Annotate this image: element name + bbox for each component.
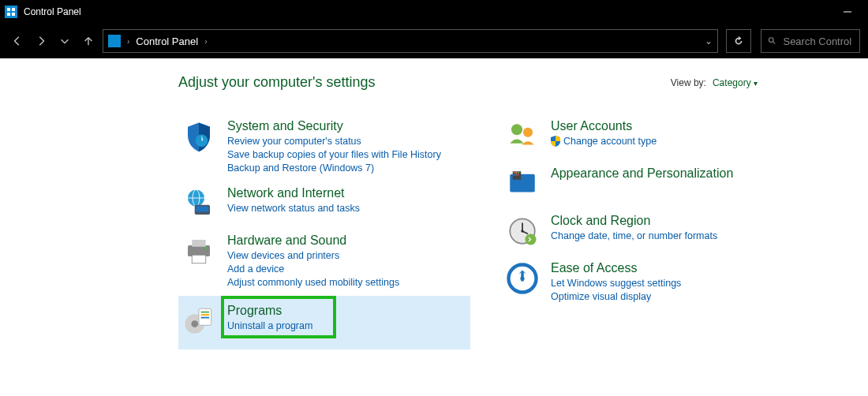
view-by-value[interactable]: Category ▾ [713,77,758,88]
shield-icon [181,119,216,154]
category-programs[interactable]: Programs Uninstall a program [178,296,470,349]
globe-network-icon [181,186,216,221]
svg-rect-3 [7,13,10,16]
category-sublink[interactable]: Let Windows suggest settings [551,278,681,289]
svg-rect-30 [518,172,519,174]
recent-dropdown[interactable] [55,32,74,50]
svg-point-19 [191,320,198,327]
category-sublink[interactable]: View network status and tasks [227,203,360,214]
category-user-accounts: User Accounts Change account type [502,114,802,162]
navigation-bar: › Control Panel › ⌄ [0,24,868,58]
back-button[interactable] [8,32,27,50]
right-column: User Accounts Change account type Appear… [502,114,802,349]
category-hardware: Hardware and Sound View devices and prin… [178,229,470,296]
svg-rect-1 [7,8,10,11]
category-sublink[interactable]: Change date, time, or number formats [551,230,717,241]
category-title-link[interactable]: Programs [227,304,312,318]
category-system-security: System and Security Review your computer… [178,114,470,181]
category-sublink[interactable]: Review your computer's status [227,136,441,147]
svg-rect-29 [515,172,517,174]
category-sublink[interactable]: Save backup copies of your files with Fi… [227,149,441,160]
chevron-down-icon[interactable]: ⌄ [705,35,713,47]
programs-icon [181,304,216,338]
svg-rect-32 [515,174,517,176]
svg-rect-15 [192,240,206,247]
up-button[interactable] [79,32,98,50]
category-title-link[interactable]: System and Security [227,119,441,133]
users-icon [505,119,540,154]
search-icon [768,35,776,47]
category-title-link[interactable]: Network and Internet [227,186,360,200]
forward-button[interactable] [32,32,51,50]
category-sublink[interactable]: Add a device [227,263,399,275]
svg-rect-4 [12,13,15,16]
view-by-label: View by: [671,77,706,88]
category-sublink[interactable]: View devices and printers [227,250,399,261]
address-bar[interactable]: › Control Panel › ⌄ [103,29,718,53]
chevron-right-icon: › [127,37,129,46]
category-sublink[interactable]: Change account type [563,136,657,147]
svg-rect-31 [514,174,515,176]
personalization-icon [505,166,540,201]
category-clock: Clock and Region Change date, time, or n… [502,209,802,256]
svg-rect-23 [201,317,210,319]
printer-icon [181,233,216,268]
category-title-link[interactable]: Hardware and Sound [227,233,399,248]
svg-rect-33 [518,174,519,176]
category-title-link[interactable]: Clock and Region [551,214,717,228]
svg-rect-0 [5,6,17,18]
svg-rect-28 [514,172,515,174]
search-box[interactable] [761,29,860,53]
clock-icon [505,214,540,248]
category-sublink[interactable]: Backup and Restore (Windows 7) [227,163,441,174]
svg-rect-13 [196,207,209,212]
refresh-button[interactable] [726,29,751,53]
svg-rect-21 [201,312,210,313]
category-title-link[interactable]: Appearance and Personalization [551,166,733,181]
chevron-right-icon: › [204,37,207,46]
left-column: System and Security Review your computer… [178,114,470,349]
svg-point-25 [523,128,533,137]
ease-of-access-icon [505,261,540,296]
page-heading: Adjust your computer's settings [178,74,376,91]
uac-shield-icon [551,136,560,147]
category-title-link[interactable]: User Accounts [551,119,657,133]
view-by-control[interactable]: View by: Category ▾ [671,77,758,88]
category-network: Network and Internet View network status… [178,181,470,229]
control-panel-icon [5,6,17,18]
category-appearance: Appearance and Personalization [502,162,802,209]
address-icon [108,35,121,47]
svg-rect-2 [12,8,15,11]
svg-point-24 [511,124,522,135]
search-input[interactable] [783,35,853,47]
category-sublink[interactable]: Uninstall a program [227,320,312,331]
svg-line-7 [773,42,775,44]
category-sublink[interactable]: Optimize visual display [551,291,681,302]
svg-point-6 [769,38,773,43]
minimize-button[interactable] [832,0,863,24]
svg-point-17 [206,247,209,250]
content-area: Adjust your computer's settings View by:… [0,58,868,365]
svg-rect-22 [201,314,210,316]
titlebar: Control Panel [0,0,868,24]
chevron-down-icon: ▾ [754,79,758,88]
window-title: Control Panel [24,6,81,17]
svg-rect-16 [192,255,206,263]
category-title-link[interactable]: Ease of Access [551,261,681,275]
category-sublink[interactable]: Adjust commonly used mobility settings [227,277,399,288]
svg-point-41 [520,276,524,280]
category-ease-of-access: Ease of Access Let Windows suggest setti… [502,256,802,310]
address-path: Control Panel [136,35,198,47]
